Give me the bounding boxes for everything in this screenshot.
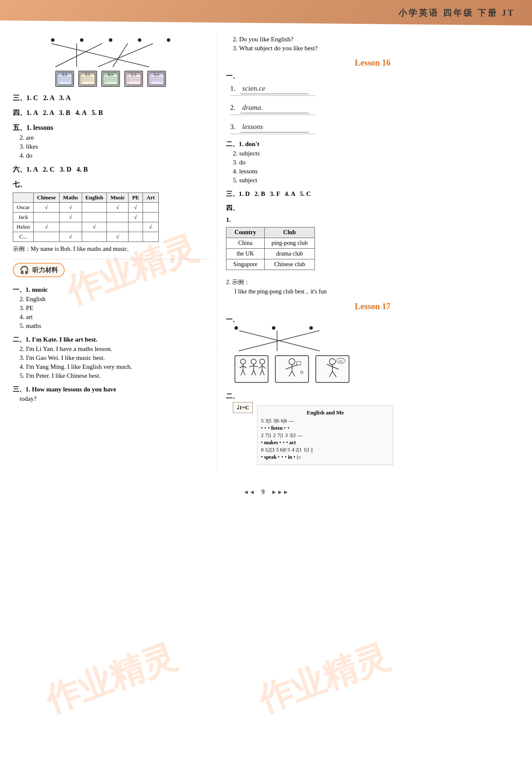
cell-helen-pe	[129, 222, 143, 232]
right-listen-item2: 2. Do you like English?	[233, 36, 519, 43]
notation-row2-nums: 2 7|1 2 7|1 3 3|3 —	[261, 432, 389, 439]
cell-c-art	[143, 232, 159, 242]
header-title: 小学英语 四年级 下册 JT	[398, 7, 515, 19]
section4-label: 四、1. A 2. A 3. B 4. A 5. B	[13, 109, 209, 118]
lesson17-title: Lesson 17	[355, 302, 391, 311]
cell-c-english	[82, 232, 107, 242]
svg-line-68	[329, 371, 332, 377]
svg-line-43	[243, 370, 245, 375]
section5-item2: 2. are	[20, 134, 209, 141]
write-2: 2. drama.	[230, 103, 519, 115]
col-maths: Maths	[60, 193, 82, 203]
country-club-table: Country Club China ping-pong club the UK	[226, 227, 315, 270]
l17-dot-1	[235, 326, 238, 330]
cell-c-pe	[129, 232, 143, 242]
svg-point-38	[240, 359, 246, 364]
nav-prev[interactable]: ◄◄	[243, 489, 255, 495]
svg-line-67	[332, 367, 339, 369]
table-row-oscar: Oscar √ √ √ √	[13, 203, 159, 213]
r-s2-item3: 3. do	[233, 159, 519, 166]
book-icon-music: 音乐	[124, 71, 143, 87]
svg-point-50	[260, 359, 265, 364]
svg-rect-5	[57, 72, 72, 85]
handwrite-2: drama.	[240, 103, 309, 113]
dot-4	[138, 38, 141, 42]
cell-jack-art	[143, 213, 159, 222]
section3-items: 1. C 2. A 3. A	[26, 94, 71, 101]
r-section4: 四、 1. Country Club China	[226, 204, 519, 296]
handwrite-3: lessons	[240, 122, 309, 132]
svg-line-59	[292, 365, 297, 367]
cell-oscar-maths: √	[60, 203, 82, 213]
cell-c-music: √	[107, 232, 129, 242]
svg-rect-17	[103, 72, 118, 85]
matching-lines-svg	[43, 43, 179, 69]
listen-section-2: 二、1. I'm Kate. I like art best. 2. I'm L…	[13, 336, 209, 379]
cell-oscar-chinese: √	[34, 203, 60, 213]
listen-s2-label: 二、1. I'm Kate. I like art best.	[13, 336, 209, 344]
dots-row-top	[51, 38, 170, 42]
svg-line-54	[260, 370, 262, 375]
listen-s1-item5: 5. maths	[20, 322, 209, 330]
col-pe: PE	[129, 193, 143, 203]
listen-s1-item4: 4. art	[20, 313, 209, 321]
notation-key: ♩1=C	[237, 404, 249, 411]
row-singapore: Singapore Chinese club	[226, 259, 315, 270]
svg-text:美术: 美术	[154, 73, 160, 77]
cell-chinese-club: Chinese club	[264, 259, 315, 270]
svg-rect-29	[149, 72, 164, 85]
section6-items: 1. A 2. C 3. D 4. B	[26, 166, 88, 173]
listen-s1-item1: 1. music	[26, 286, 48, 293]
listen-s2-item4: 4. I'm Yang Ming. I like English very mu…	[20, 363, 209, 371]
notation-row1-nums: 5 3|5 3|6 6|6 —	[261, 418, 389, 424]
cell-china: China	[226, 238, 265, 249]
section7-label: 七、	[13, 180, 209, 189]
col-name	[13, 193, 34, 203]
matching-area: 英语 语文 数学 音乐	[13, 38, 209, 87]
listen-s2-item3: 3. I'm Gao Wei. I like music best.	[20, 354, 209, 362]
svg-point-63	[300, 371, 303, 374]
book-music: 音乐	[124, 71, 143, 87]
listen-s1-label: 一、1. music	[13, 286, 209, 294]
col-club: Club	[264, 227, 315, 238]
notation-label-box: ♩1=C	[233, 402, 253, 413]
divider-1	[13, 259, 209, 259]
cell-oscar-name: Oscar	[13, 203, 34, 213]
section4-items: 1. A 2. A 3. B 4. A 5. B	[26, 109, 103, 116]
nav-next[interactable]: ►►►	[271, 489, 289, 495]
pic-2	[275, 355, 309, 383]
listen-s2-item2: 2. I'm Li Yan. I have a maths lesson.	[20, 345, 209, 353]
cell-oscar-pe: √	[129, 203, 143, 213]
book-yuwen: 英语	[55, 71, 74, 87]
r-s3-label: 三、1. D 2. B 3. F 4. A 5. C	[226, 190, 519, 198]
listen-s1-item2: 2. English	[20, 296, 209, 303]
right-column: 2. Do you like English? 3. What subject …	[217, 34, 519, 471]
cell-c-maths: √	[60, 232, 82, 242]
listen-s3-item1: 1. How many lessons do you have	[26, 386, 116, 393]
cell-drama: drama club	[264, 249, 315, 259]
svg-line-47	[254, 366, 258, 367]
section-5: 五、1. lessons 2. are 3. likes 4. do	[13, 124, 209, 159]
pic-3: Hi!	[315, 355, 349, 383]
r-s3-items: 1. D 2. B 3. F 4. A 5. C	[239, 190, 311, 197]
section5-item1: 1. lessons	[26, 124, 53, 131]
section7-example: 示例：My name is Bob. I like maths and musi…	[13, 245, 209, 253]
book-art: 美术	[147, 71, 166, 87]
svg-line-61	[289, 371, 292, 377]
r-s4-label: 四、	[226, 204, 519, 212]
r17-s1-label: 一、	[226, 316, 519, 324]
section5-item3: 3. likes	[20, 143, 209, 150]
pic-1	[235, 355, 269, 383]
cell-pingpong: ping-pong club	[264, 238, 315, 249]
dot-3	[109, 38, 112, 42]
cell-helen-music	[107, 222, 129, 232]
page-footer: ◄◄ 9 ►►►	[0, 480, 532, 500]
col-country: Country	[226, 227, 265, 238]
page-number: 9	[261, 488, 265, 495]
r-section2: 二、1. don't 2. subjects 3. do 4. lessons …	[226, 140, 519, 184]
watermark-3: 作业精灵	[252, 634, 395, 724]
cell-jack-name: Jack	[13, 213, 34, 222]
section-7: 七、 Chinese Maths English Music PE Art	[13, 180, 209, 253]
cell-jack-english	[82, 213, 107, 222]
svg-point-64	[329, 359, 335, 365]
